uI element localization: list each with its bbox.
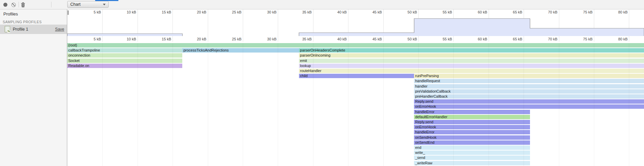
flame-frame[interactable]: (root)	[67, 43, 644, 47]
flame-frame[interactable]: emit	[299, 59, 644, 63]
flame-frame[interactable]: Socket	[67, 59, 182, 63]
ruler-bottom-tick-label: 20 kB	[176, 37, 206, 41]
flame-frame[interactable]: onSendHook	[414, 135, 530, 140]
profiles-header: Profiles	[3, 11, 18, 16]
block-icon	[11, 3, 16, 7]
ruler-bottom-tick-label: 75 kB	[562, 37, 593, 41]
ruler-top-tick-label: 5 kB	[71, 10, 101, 14]
gridline	[243, 43, 243, 166]
frame-label: Reply.send	[414, 120, 530, 124]
flame-frame[interactable]: onErrorHook	[414, 104, 644, 109]
ruler-bottom-tick-label: 30 kB	[246, 37, 276, 41]
ruler-top-tick-label: 15 kB	[141, 10, 171, 14]
clear-profiles-button[interactable]	[10, 1, 17, 8]
ruler-bottom-tick-label: 35 kB	[281, 37, 312, 41]
save-profile-link[interactable]: Save	[55, 27, 64, 32]
flame-frame[interactable]: handleRequest	[414, 79, 644, 83]
frame-label: defaultErrorHandler	[414, 115, 530, 119]
view-mode-select[interactable]: Chart	[67, 1, 109, 8]
frame-label: parserOnIncoming	[299, 53, 644, 58]
flame-frame[interactable]: defaultErrorHandler	[414, 115, 530, 119]
ruler-top-tick-label: 60 kB	[457, 10, 487, 14]
frame-label: onSendEnd	[414, 140, 530, 145]
flame-frame[interactable]: write_	[414, 151, 530, 155]
flame-frame[interactable]: onSendEnd	[414, 140, 530, 145]
toolbar-divider	[18, 2, 19, 7]
frame-label: onErrorHook	[414, 125, 530, 129]
profile-name: Profile 1	[13, 27, 28, 32]
ruler-bottom-tick-label: 25 kB	[211, 37, 241, 41]
frame-label: emit	[299, 59, 644, 63]
frame-label: write_	[414, 151, 530, 155]
ruler-bottom-tick-label: 65 kB	[492, 37, 522, 41]
frame-label: Reply.send	[414, 99, 644, 104]
delete-profile-button[interactable]	[19, 1, 27, 8]
frame-label: _send	[414, 156, 530, 160]
flame-frame[interactable]: lookup	[299, 64, 644, 68]
frame-label: Readable.on	[67, 64, 182, 68]
frame-label: handler	[414, 84, 644, 89]
flame-frame[interactable]: preValidationCallback	[414, 89, 644, 94]
frame-label: onErrorHook	[414, 104, 644, 109]
ruler-top-tick-label: 30 kB	[246, 10, 276, 14]
ruler-top-tick-label: 75 kB	[562, 10, 593, 14]
ruler-top-tick-label: 10 kB	[106, 10, 136, 14]
flame-frame[interactable]: parserOnHeadersComplete	[299, 48, 644, 53]
flame-frame[interactable]: callbackTrampoline	[67, 48, 182, 53]
ruler-top-tick-label: 70 kB	[527, 10, 558, 14]
ruler-top-tick-label: 65 kB	[492, 10, 522, 14]
chevron-down-icon	[103, 4, 106, 5]
frame-label: (root)	[67, 43, 644, 47]
ruler-top-tick-label: 35 kB	[281, 10, 312, 14]
frame-label: end	[414, 145, 530, 150]
flame-frame[interactable]: child	[299, 74, 414, 78]
ruler-bottom-tick-label: 50 kB	[387, 37, 417, 41]
frame-label: onconnection	[67, 53, 182, 58]
overview-scroll-handle[interactable]	[68, 10, 69, 15]
flame-frame[interactable]: onErrorHook	[414, 125, 530, 129]
ruler-bottom-tick-label: 5 kB	[71, 37, 101, 41]
view-mode-value: Chart	[70, 2, 103, 7]
flame-frame[interactable]: preHandlerCallback	[414, 94, 644, 99]
profile-list-item[interactable]: % Profile 1 Save	[0, 25, 67, 34]
flame-frame[interactable]: Reply.send	[414, 120, 530, 124]
memory-profiler-panel: Chart Profiles SAMPLING PROFILES % Profi…	[0, 0, 644, 166]
toolbar-divider	[51, 2, 51, 7]
ruler-top-tick-label: 80 kB	[597, 10, 628, 14]
ruler-top-tick-label: 45 kB	[352, 10, 382, 14]
sampling-profiles-section-label: SAMPLING PROFILES	[3, 20, 42, 24]
flame-frame[interactable]: Readable.on	[67, 64, 182, 68]
flame-frame[interactable]: runPreParsing	[414, 74, 644, 78]
frame-label: callbackTrampoline	[67, 48, 182, 53]
flame-frame[interactable]: end	[414, 145, 530, 150]
record-button[interactable]	[2, 1, 9, 8]
flame-frame[interactable]: _writeRaw	[414, 161, 530, 165]
ruler-bottom-tick-label: 10 kB	[106, 37, 136, 41]
trash-icon	[21, 2, 25, 7]
frame-label: runPreParsing	[414, 74, 644, 78]
record-icon	[3, 3, 7, 7]
flame-frame[interactable]: handler	[414, 84, 644, 89]
flame-frame[interactable]: routeHandler	[299, 69, 644, 73]
frame-label: _writeRaw	[414, 161, 530, 165]
ruler-bottom-tick-label: 15 kB	[141, 37, 171, 41]
flame-frame[interactable]: parserOnIncoming	[299, 53, 644, 58]
flame-frame[interactable]: handleError	[414, 130, 530, 134]
frame-label: preValidationCallback	[414, 89, 644, 94]
flame-frame[interactable]: handleError	[414, 110, 530, 114]
flame-frame[interactable]: onconnection	[67, 53, 182, 58]
ruler-bottom-tick-label: 60 kB	[457, 37, 487, 41]
profile-icon: %	[5, 26, 10, 32]
ruler-bottom-tick-label: 70 kB	[527, 37, 558, 41]
frame-label: onSendHook	[414, 135, 530, 140]
ruler-bottom-tick-label: 55 kB	[422, 37, 452, 41]
frame-label: handleRequest	[414, 79, 644, 83]
ruler-top-tick-label: 50 kB	[387, 10, 417, 14]
flame-frame[interactable]: Reply.send	[414, 99, 644, 104]
flame-frame[interactable]: _send	[414, 156, 530, 160]
frame-label: preHandlerCallback	[414, 94, 644, 99]
flame-frame[interactable]: processTicksAndRejections	[182, 48, 299, 53]
ruler-top-tick-label: 25 kB	[211, 10, 241, 14]
ruler-top-tick-label: 55 kB	[422, 10, 452, 14]
ruler-bottom-tick-label: 40 kB	[316, 37, 347, 41]
